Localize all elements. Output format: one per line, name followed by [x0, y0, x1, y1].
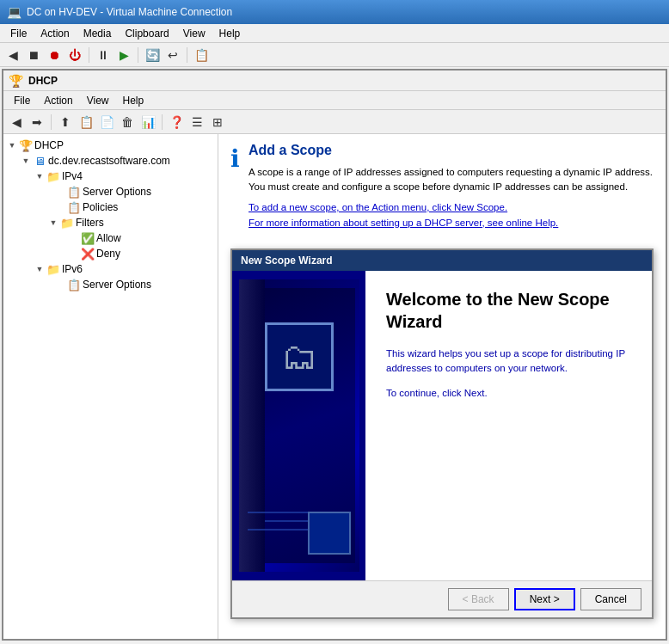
policies-icon: 📋 [67, 200, 81, 214]
tree-label-filters: Filters [76, 217, 104, 229]
tb-btn-refresh[interactable]: 🔄 [143, 46, 162, 64]
wizard-title-text: New Scope Wizard [241, 255, 333, 267]
tree-item-deny[interactable]: ▶ ❌ Deny [3, 246, 218, 261]
server-icon: 🖥 [33, 154, 46, 168]
info-link-1[interactable]: To add a new scope, on the Action menu, … [249, 202, 654, 212]
outer-menu-action[interactable]: Action [34, 26, 76, 41]
wizard-heading: Welcome to the New Scope Wizard [386, 288, 631, 333]
outer-toolbar: ◀ ⏹ ⏺ ⏻ ⏸ ▶ 🔄 ↩ 📋 [0, 43, 669, 67]
tree-item-server-options-ipv6[interactable]: ▶ 📋 Server Options [3, 277, 218, 292]
tb-btn-record[interactable]: ⏺ [45, 46, 64, 64]
tree-label-server-options-ipv6: Server Options [83, 279, 151, 291]
tb-btn-back[interactable]: ◀ [3, 46, 22, 64]
info-section: ℹ Add a Scope A scope is a range of IP a… [230, 143, 654, 233]
inner-tb-up[interactable]: ⬆ [56, 113, 75, 132]
tree-label-ipv6: IPv6 [62, 263, 83, 275]
wizard-art-box [308, 512, 351, 555]
main-content: ▼ 🏆 DHCP ▼ 🖥 dc.dev.recastsoftware.com ▼… [3, 134, 666, 639]
tree-label-deny: Deny [96, 248, 120, 260]
deny-icon: ❌ [81, 247, 95, 261]
outer-menu-view[interactable]: View [176, 26, 212, 41]
wizard-desc1: This wizard helps you set up a scope for… [386, 347, 631, 377]
wizard-desc2: To continue, click Next. [386, 386, 631, 401]
tb-btn-power[interactable]: ⏻ [65, 46, 84, 64]
tree-item-allow[interactable]: ▶ ✅ Allow [3, 230, 218, 246]
info-link-2[interactable]: For more information about setting up a … [249, 218, 654, 228]
inner-menu-action[interactable]: Action [37, 93, 79, 108]
outer-menu-help[interactable]: Help [212, 26, 248, 41]
inner-tb-back[interactable]: ◀ [7, 113, 26, 132]
tree-item-server-options-ipv4[interactable]: ▶ 📋 Server Options [3, 184, 218, 199]
tree-label-server: dc.dev.recastsoftware.com [48, 155, 170, 167]
inner-menu-bar: File Action View Help [3, 91, 666, 110]
tree-label-dhcp: DHCP [34, 139, 64, 151]
tb-btn-stop[interactable]: ⏹ [24, 46, 43, 64]
right-panel: ℹ Add a Scope A scope is a range of IP a… [218, 134, 666, 639]
outer-menu-file[interactable]: File [3, 26, 34, 41]
title-bar-icon: 💻 [7, 5, 21, 19]
wizard-art: 🗂 [239, 279, 359, 572]
title-bar-text: DC on HV-DEV - Virtual Machine Connectio… [27, 6, 662, 18]
tree-item-filters[interactable]: ▼ 📁 Filters [3, 215, 218, 230]
tree-item-ipv4[interactable]: ▼ 📁 IPv4 [3, 169, 218, 184]
wizard-icon-glyph: 🗂 [281, 336, 317, 377]
title-bar: 💻 DC on HV-DEV - Virtual Machine Connect… [0, 0, 669, 24]
filters-icon: 📁 [60, 216, 74, 230]
tree-label-server-options-ipv4: Server Options [83, 186, 151, 198]
inner-tb-delete[interactable]: 🗑 [118, 113, 137, 132]
wizard-art-panel: 🗂 [232, 271, 365, 580]
wizard-footer: < Back Next > Cancel [232, 580, 652, 617]
info-icon: ℹ [230, 144, 240, 173]
inner-tb-forward[interactable]: ➡ [28, 113, 46, 132]
inner-tb-properties[interactable]: 📊 [138, 113, 157, 132]
server-options-icon-ipv4: 📋 [67, 185, 81, 199]
outer-menu-bar: File Action Media Clipboard View Help [0, 24, 669, 43]
inner-menu-view[interactable]: View [80, 93, 116, 108]
tree-item-ipv6[interactable]: ▼ 📁 IPv6 [3, 261, 218, 277]
tb-btn-pause[interactable]: ⏸ [94, 46, 113, 64]
expand-ipv4[interactable]: ▼ [33, 169, 46, 183]
tree-item-policies[interactable]: ▶ 📋 Policies [3, 199, 218, 215]
inner-title-bar: 🏆 DHCP [3, 71, 666, 91]
expand-dhcp[interactable]: ▼ [5, 138, 19, 152]
tree-item-dhcp[interactable]: ▼ 🏆 DHCP [3, 138, 218, 153]
tree-label-ipv4: IPv4 [62, 170, 83, 182]
inner-toolbar: ◀ ➡ ⬆ 📋 📄 🗑 📊 ❓ ☰ ⊞ [3, 110, 666, 134]
tree-item-server[interactable]: ▼ 🖥 dc.dev.recastsoftware.com [3, 153, 218, 169]
back-button[interactable]: < Back [448, 588, 509, 610]
wizard-body: 🗂 [232, 271, 652, 580]
inner-tb-show-hide[interactable]: 📋 [77, 113, 95, 132]
tb-separator-1 [89, 47, 89, 63]
info-content: Add a Scope A scope is a range of IP add… [249, 143, 654, 233]
expand-filters[interactable]: ▼ [46, 216, 60, 230]
inner-title-icon: 🏆 [9, 74, 23, 88]
inner-tb-help[interactable]: ❓ [167, 113, 186, 132]
wizard-dialog: New Scope Wizard [230, 248, 654, 619]
tree-panel: ▼ 🏆 DHCP ▼ 🖥 dc.dev.recastsoftware.com ▼… [3, 134, 218, 639]
dhcp-icon: 🏆 [19, 138, 33, 152]
wizard-right-panel: Welcome to the New Scope Wizard This wiz… [365, 271, 652, 580]
outer-menu-media[interactable]: Media [77, 26, 119, 41]
info-text-1: A scope is a range of IP addresses assig… [249, 165, 654, 195]
next-button[interactable]: Next > [514, 588, 575, 610]
wizard-title-bar: New Scope Wizard [232, 250, 652, 271]
expand-ipv6[interactable]: ▼ [33, 262, 46, 276]
tree-label-policies: Policies [83, 201, 118, 213]
outer-menu-clipboard[interactable]: Clipboard [118, 26, 175, 41]
inner-tb-detail[interactable]: ⊞ [208, 113, 227, 132]
tb-btn-undo[interactable]: ↩ [163, 46, 182, 64]
info-title: Add a Scope [249, 143, 654, 158]
inner-tb-new[interactable]: 📄 [97, 113, 116, 132]
cancel-button[interactable]: Cancel [580, 588, 641, 610]
inner-menu-file[interactable]: File [7, 93, 37, 108]
tb-btn-clipboard[interactable]: 📋 [192, 46, 211, 64]
inner-menu-help[interactable]: Help [116, 93, 151, 108]
tree-label-allow: Allow [96, 232, 121, 244]
expand-server[interactable]: ▼ [19, 154, 33, 168]
tb-separator-2 [138, 47, 138, 63]
allow-icon: ✅ [81, 231, 95, 245]
ipv4-icon: 📁 [46, 169, 60, 183]
inner-tb-list[interactable]: ☰ [187, 113, 206, 132]
wizard-art-icon-box: 🗂 [265, 322, 334, 391]
tb-btn-play[interactable]: ▶ [114, 46, 133, 64]
